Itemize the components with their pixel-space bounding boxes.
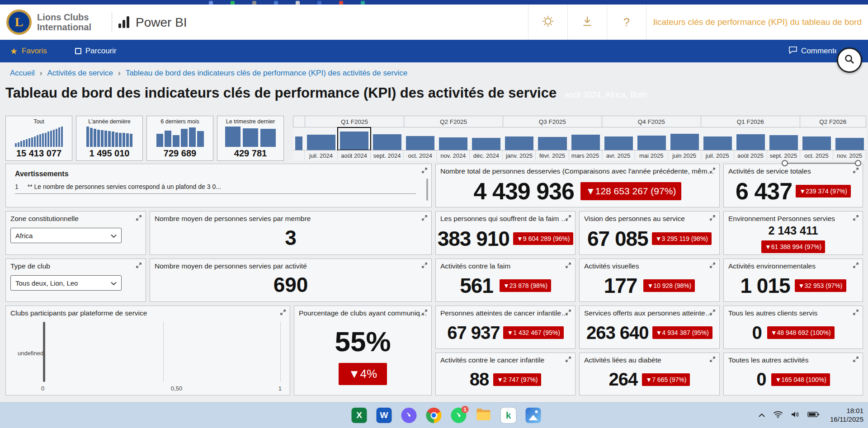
download-button[interactable] (567, 5, 607, 40)
help-button[interactable]: ? (607, 5, 646, 40)
timeline-month[interactable]: juil. 2024 (305, 127, 338, 161)
month-bar-cell[interactable] (602, 127, 635, 150)
expand-icon[interactable] (853, 167, 859, 174)
timeline-range-slider[interactable] (782, 160, 861, 167)
browser-favicon[interactable] (231, 1, 235, 5)
timeline-month[interactable]: sept. 2024 (371, 127, 404, 161)
search-fab-button[interactable] (837, 47, 862, 73)
photos-icon[interactable] (526, 408, 541, 423)
club-type-dropdown[interactable]: Tous deux, Lion, Leo (10, 275, 122, 291)
month-bar-cell[interactable] (668, 127, 701, 150)
browse-button[interactable]: Parcourir (75, 47, 117, 56)
battery-icon[interactable] (807, 411, 820, 419)
timeline-month[interactable]: août 2024 (338, 127, 371, 161)
expand-icon[interactable] (709, 262, 716, 268)
expand-icon[interactable] (709, 309, 716, 315)
range-slider-handle-right[interactable] (855, 160, 861, 166)
expand-icon[interactable] (709, 215, 716, 221)
windows-start-icon[interactable] (327, 408, 342, 423)
browser-favicon[interactable] (339, 1, 343, 5)
breadcrumb-link[interactable]: Activités de service (47, 69, 113, 78)
timeline-month[interactable]: oct. 2024 (404, 127, 437, 161)
range-slider-handle-left[interactable] (782, 160, 788, 166)
timeline-month[interactable]: nov. 2024 (437, 127, 470, 161)
browser-favicon[interactable] (361, 1, 365, 5)
month-bar-cell[interactable] (437, 127, 470, 150)
clubs-platform-chart-card: Clubs participants par plateforme de ser… (5, 306, 290, 395)
timeline-month[interactable]: sept. 2025 (767, 127, 800, 161)
month-bar-cell[interactable] (569, 127, 602, 150)
scrollbar[interactable] (426, 179, 428, 201)
timeline-month[interactable] (293, 127, 305, 161)
month-bar-cell[interactable] (371, 127, 404, 150)
browser-favicon[interactable] (296, 1, 300, 5)
timeline-month[interactable]: juin 2025 (668, 127, 701, 161)
browser-favicon[interactable] (252, 1, 256, 5)
timeline-month[interactable]: déc. 2024 (470, 127, 503, 161)
expand-icon[interactable] (565, 215, 571, 221)
zone-dropdown[interactable]: Africa (10, 228, 122, 243)
breadcrumb-link[interactable]: Accueil (10, 69, 35, 78)
folder-icon[interactable] (476, 408, 491, 423)
expand-icon[interactable] (565, 262, 571, 268)
volume-icon[interactable] (791, 411, 800, 420)
timeline-month[interactable]: août 2025 (734, 127, 767, 161)
timeline-month[interactable]: oct. 2025 (800, 127, 833, 161)
month-bar-cell[interactable] (767, 127, 800, 150)
expand-icon[interactable] (565, 309, 571, 315)
taskbar-clock[interactable]: 18:01 16/11/2025 (830, 407, 863, 424)
slicer-tile-all[interactable]: Tout 15 413 077 (5, 116, 72, 161)
breadcrumb-link[interactable]: Tableau de bord des indicateurs clés de … (126, 69, 408, 78)
chevron-up-icon[interactable] (758, 411, 765, 419)
month-bar-cell[interactable] (734, 127, 767, 150)
slicer-tile-last-year[interactable]: L'année dernière 1 495 010 (76, 116, 143, 161)
timeline-month[interactable]: nov. 2025 (833, 127, 866, 161)
month-bar-cell[interactable] (635, 127, 668, 150)
timeline-month[interactable]: févr. 2025 (536, 127, 569, 161)
month-bar-cell[interactable] (305, 127, 338, 150)
month-bar-cell[interactable] (833, 127, 866, 150)
expand-icon[interactable] (853, 309, 859, 315)
expand-icon[interactable] (421, 215, 428, 221)
expand-icon[interactable] (421, 262, 428, 268)
month-bar-cell[interactable] (404, 127, 437, 150)
timeline-month[interactable]: mai 2025 (635, 127, 668, 161)
expand-icon[interactable] (136, 215, 142, 221)
month-bar-cell[interactable] (293, 127, 305, 150)
timeline-month[interactable]: mars 2025 (569, 127, 602, 161)
comment-button[interactable]: Commenter (788, 46, 836, 56)
month-bar-cell[interactable] (338, 127, 371, 150)
viber-icon[interactable] (401, 408, 417, 423)
browser-favicon[interactable] (317, 1, 321, 5)
month-bar-cell[interactable] (800, 127, 833, 150)
timeline-month[interactable]: juil. 2025 (701, 127, 734, 161)
expand-icon[interactable] (709, 356, 716, 362)
expand-icon[interactable] (421, 309, 428, 315)
expand-icon[interactable] (565, 356, 571, 362)
expand-icon[interactable] (136, 262, 142, 268)
expand-icon[interactable] (709, 167, 716, 174)
whatsapp-icon[interactable]: 1 (451, 408, 467, 423)
kaspersky-icon[interactable]: k (501, 408, 516, 423)
expand-icon[interactable] (280, 309, 286, 315)
month-bar-cell[interactable] (470, 127, 503, 150)
slicer-tile-6-months[interactable]: 6 derniers mois 729 689 (146, 116, 213, 161)
favorites-button[interactable]: ★ Favoris (10, 46, 47, 56)
expand-icon[interactable] (853, 262, 859, 268)
timeline-month[interactable]: avr. 2025 (602, 127, 635, 161)
expand-icon[interactable] (421, 167, 428, 174)
timeline-month[interactable]: janv. 2025 (503, 127, 536, 161)
slicer-tile-last-quarter[interactable]: Le trimestre dernier 429 781 (217, 116, 284, 161)
word-icon[interactable]: W (377, 408, 392, 423)
browser-favicon[interactable] (209, 1, 213, 5)
browser-favicon[interactable] (274, 1, 278, 5)
month-bar-cell[interactable] (536, 127, 569, 150)
month-bar-cell[interactable] (701, 127, 734, 150)
expand-icon[interactable] (853, 215, 859, 221)
expand-icon[interactable] (853, 356, 859, 362)
wifi-icon[interactable] (773, 411, 783, 420)
chrome-icon[interactable] (426, 408, 442, 423)
month-bar-cell[interactable] (503, 127, 536, 150)
settings-button[interactable] (528, 5, 567, 40)
excel-icon[interactable]: X (352, 408, 367, 423)
